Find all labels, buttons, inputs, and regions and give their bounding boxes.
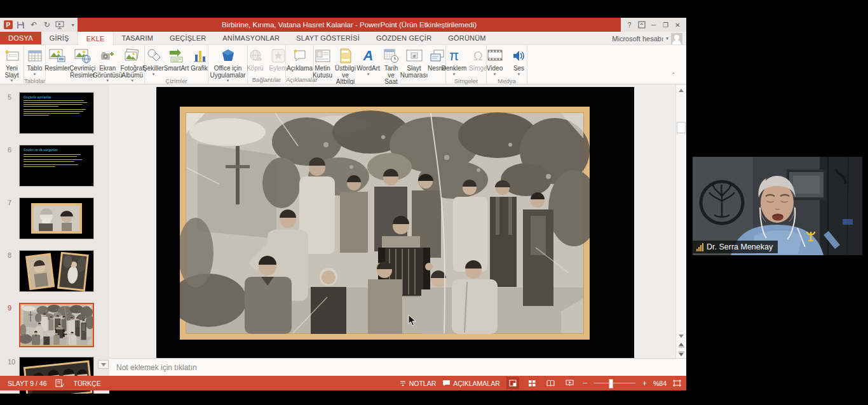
notes-placeholder[interactable]: Not eklemek için tıklatın — [109, 363, 197, 372]
new-slide-button[interactable]: Yeni Slayt — [0, 47, 24, 83]
slideshow-view-button[interactable] — [564, 377, 576, 389]
chevron-down-icon — [494, 72, 496, 76]
next-slide-button[interactable] — [677, 350, 685, 357]
notes-pane[interactable]: Not eklemek için tıklatın — [109, 358, 686, 376]
group-slaytlar: Yeni Slayt Slaytlar — [0, 45, 24, 84]
zoom-level[interactable]: %84 — [653, 380, 667, 387]
help-icon[interactable]: ? — [623, 19, 635, 30]
svg-text:#: # — [412, 53, 416, 59]
slide-canvas[interactable] — [156, 87, 634, 358]
header-footer-icon — [339, 48, 352, 64]
chart-icon — [193, 48, 207, 64]
symbol-omega-icon: Ω — [473, 48, 483, 64]
tab-giris[interactable]: GİRİŞ — [41, 32, 78, 44]
date-time-button[interactable]: Tarih ve Saat — [381, 47, 402, 86]
tab-animasyonlar[interactable]: ANİMASYONLAR — [214, 32, 288, 44]
pictures-icon — [49, 48, 65, 64]
vertical-scrollbar[interactable] — [675, 84, 686, 358]
shapes-button[interactable]: Şekiller — [143, 47, 165, 77]
zoom-slider-handle[interactable] — [609, 379, 613, 388]
text-box-button[interactable]: Metin Kutusu — [312, 47, 334, 79]
tab-tasarim[interactable]: TASARIM — [114, 32, 161, 44]
text-box-icon — [315, 48, 330, 64]
undo-icon[interactable]: ↶ — [29, 20, 39, 30]
thumb-number: 7 — [8, 199, 11, 206]
fit-to-window-button[interactable] — [673, 380, 681, 387]
normal-view-button[interactable] — [506, 377, 519, 389]
wordart-icon: A — [363, 48, 374, 64]
spellcheck-icon[interactable] — [55, 379, 64, 387]
chevron-down-icon — [131, 79, 133, 83]
zoom-slider[interactable] — [593, 383, 635, 383]
thumb-number: 8 — [8, 251, 11, 259]
comment-button[interactable]: Açıklama — [286, 47, 313, 73]
header-footer-button[interactable]: Üstbilgi ve Altbilgi — [335, 47, 356, 86]
thumbnail-slide-9[interactable] — [19, 303, 94, 347]
thumb-number: 6 — [8, 146, 11, 154]
photo-album-button[interactable]: Fotoğraf Albümü — [120, 47, 144, 83]
collapse-ribbon-icon[interactable]: ⌃ — [671, 72, 679, 77]
office-apps-button[interactable]: Office için Uygulamalar — [209, 47, 247, 83]
table-icon — [28, 48, 42, 64]
chevron-down-icon — [34, 72, 36, 76]
thumbnail-slide-5[interactable]: Göçlerle ayrılanlar — [19, 92, 94, 134]
chart-button[interactable]: Grafik — [189, 47, 210, 73]
audio-button[interactable]: Ses — [508, 47, 530, 77]
ribbon: Yeni Slayt Slaytlar Tablo Tabl — [0, 45, 686, 84]
action-icon — [271, 48, 285, 64]
tab-ekle[interactable]: EKLE — [78, 32, 114, 45]
tab-dosya[interactable]: DOSYA — [0, 32, 41, 44]
ribbon-display-options-icon[interactable] — [635, 19, 648, 30]
account-menu[interactable]: Microsoft hesabı ▾ — [612, 32, 682, 45]
equation-pi-icon: π — [449, 48, 459, 64]
redo-icon[interactable]: ↻ — [43, 20, 52, 30]
slide-sorter-view-button[interactable] — [526, 377, 538, 389]
restore-icon[interactable]: ❐ — [660, 19, 672, 30]
wordart-button[interactable]: A WordArt — [358, 47, 379, 77]
previous-slide-button[interactable] — [677, 341, 685, 349]
thumbnail-slide-8[interactable] — [19, 250, 94, 292]
thumbnail-slide-7[interactable] — [19, 197, 94, 239]
minimize-icon[interactable]: ─ — [648, 19, 660, 30]
pictures-button[interactable]: Resimler — [46, 47, 69, 73]
scroll-up-button[interactable] — [677, 86, 685, 94]
notes-toggle[interactable]: NOTLAR — [399, 380, 437, 387]
video-button[interactable]: Video — [484, 47, 506, 77]
zoom-in-button[interactable]: + — [642, 379, 647, 387]
tab-gorunum[interactable]: GÖRÜNÜM — [440, 32, 494, 44]
tab-slayt-gosterisi[interactable]: SLAYT GÖSTERİSİ — [288, 32, 368, 44]
tab-gecisler[interactable]: GEÇİŞLER — [161, 32, 214, 44]
slide-number-button[interactable]: # Slayt Numarası — [403, 47, 425, 79]
close-icon[interactable]: ✕ — [672, 19, 684, 30]
online-pictures-button[interactable]: Çevrimiçi Resimler — [70, 47, 95, 79]
zoom-out-button[interactable]: − — [583, 379, 588, 387]
group-resimler: Resimler Çevrimiçi Resimler Ekran Görünt… — [46, 45, 145, 84]
group-uygulamalar: Office için Uygulamalar Uygulamalar — [208, 45, 248, 84]
chevron-down-icon: ▾ — [666, 36, 668, 41]
chevron-down-icon — [227, 79, 229, 83]
screenshot-icon — [100, 48, 115, 64]
language-indicator[interactable]: TÜRKÇE — [73, 380, 100, 387]
save-icon[interactable] — [17, 20, 26, 30]
slide-number-icon: # — [406, 48, 423, 64]
customize-qat-icon[interactable]: ▾ — [69, 20, 78, 30]
start-slideshow-icon[interactable] — [55, 20, 65, 30]
screenshot-button[interactable]: Ekran Görüntüsü — [96, 47, 119, 83]
scrollbar-thumb[interactable] — [677, 122, 686, 133]
table-button[interactable]: Tablo — [24, 47, 46, 77]
equation-button[interactable]: π Denklem — [444, 47, 465, 77]
group-photo-thumb — [20, 304, 93, 346]
reading-view-button[interactable] — [545, 377, 557, 389]
slide-photo[interactable] — [180, 107, 590, 340]
comments-toggle[interactable]: AÇIKLAMALAR — [442, 380, 500, 387]
group-medya: Video Ses Medya — [487, 45, 527, 84]
participant-name: Dr. Serra Menekay — [707, 242, 773, 251]
thumbnail-slide-6[interactable]: Göçler ve ilk sürgünler — [19, 145, 94, 187]
video-call-window[interactable]: Dr. Serra Menekay — [693, 157, 862, 255]
tab-gozden-gecir[interactable]: GÖZDEN GEÇİR — [368, 32, 440, 44]
smartart-icon — [168, 48, 185, 64]
scroll-down-button[interactable] — [677, 332, 685, 340]
thumbnail-scroll-down-button[interactable] — [98, 360, 109, 369]
photo-album-icon — [124, 48, 140, 64]
smartart-button[interactable]: SmartArt — [166, 47, 187, 73]
